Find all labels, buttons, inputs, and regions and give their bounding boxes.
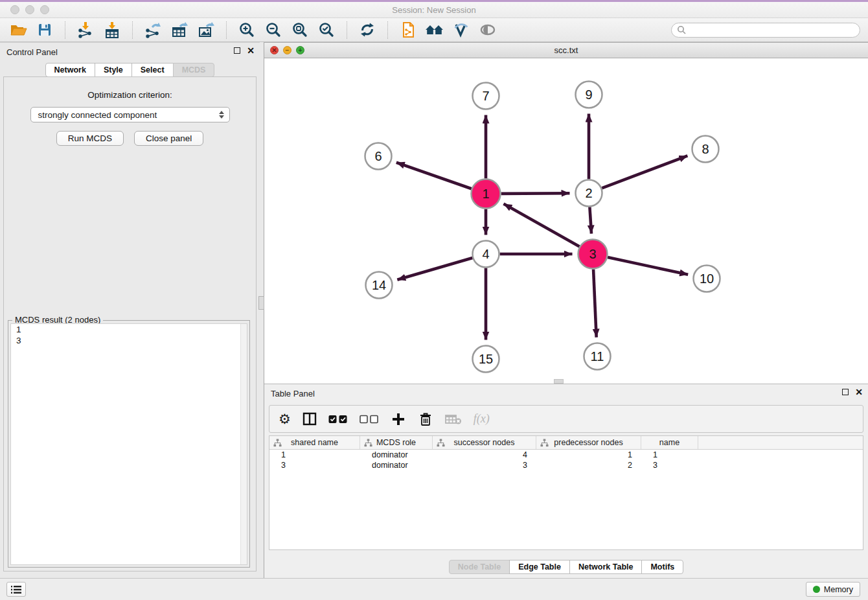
- panel-splitter[interactable]: [260, 42, 264, 578]
- show-hide-eye-icon[interactable]: [477, 20, 498, 40]
- tab-select[interactable]: Select: [131, 63, 174, 77]
- refresh-layout-icon[interactable]: [357, 20, 378, 40]
- column-header-shared-name[interactable]: shared name: [269, 436, 360, 449]
- add-column-icon[interactable]: [391, 410, 406, 429]
- tab-style[interactable]: Style: [95, 63, 132, 77]
- graph-edge-2-8[interactable]: [602, 156, 687, 188]
- close-table-panel-icon[interactable]: ✕: [855, 388, 863, 396]
- graph-node-label-11: 11: [591, 349, 604, 363]
- result-scrollbar[interactable]: [240, 324, 247, 564]
- search-icon: [677, 25, 686, 34]
- graph-edge-4-14[interactable]: [397, 258, 472, 280]
- criterion-dropdown[interactable]: strongly connected component: [30, 107, 230, 122]
- function-builder-icon[interactable]: f(x): [474, 410, 490, 429]
- tab-network-table[interactable]: Network Table: [569, 560, 643, 574]
- tab-network[interactable]: Network: [45, 63, 95, 77]
- open-network-docs-icon[interactable]: [398, 20, 418, 40]
- column-visibility-icon[interactable]: [303, 410, 317, 429]
- export-network-icon[interactable]: [143, 20, 163, 40]
- zoom-out-icon[interactable]: [263, 20, 284, 40]
- graph-node-label-9: 9: [585, 87, 592, 102]
- zoom-selected-icon[interactable]: [316, 20, 337, 40]
- home-icon[interactable]: [424, 20, 445, 40]
- toolbar-separator: [226, 21, 227, 39]
- table-panel-tabs: Node TableEdge TableNetwork TableMotifs: [264, 560, 868, 574]
- graph-node-label-1: 1: [482, 187, 489, 201]
- control-panel-tabs: NetworkStyleSelectMCDS: [0, 63, 260, 77]
- table-row[interactable]: 1dominator411: [269, 450, 863, 460]
- import-table-icon[interactable]: [102, 20, 122, 40]
- run-mcds-button[interactable]: Run MCDS: [56, 131, 124, 146]
- search-input[interactable]: [689, 25, 860, 35]
- graph-edge-3-11[interactable]: [593, 269, 597, 337]
- style-editor-icon[interactable]: [451, 20, 472, 40]
- toolbar-separator: [347, 21, 347, 39]
- control-panel-title: Control Panel: [6, 47, 58, 57]
- splitter-handle[interactable]: [258, 296, 264, 310]
- cell-name: 3: [641, 461, 698, 470]
- export-table-icon[interactable]: [169, 20, 190, 40]
- graph-node-label-10: 10: [700, 271, 714, 286]
- cell-predecessor-nodes: 2: [536, 461, 641, 470]
- table-settings-gear-icon[interactable]: ⚙: [279, 410, 291, 429]
- table-header-row: shared nameMCDS rolesuccessor nodesprede…: [269, 436, 863, 450]
- column-header-mcds-role[interactable]: MCDS role: [360, 436, 433, 449]
- result-item[interactable]: 1: [11, 324, 247, 335]
- deselect-all-icon[interactable]: [360, 410, 379, 429]
- delete-table-icon[interactable]: [445, 410, 462, 429]
- column-header-filler: [698, 436, 863, 449]
- column-header-successor-nodes[interactable]: successor nodes: [433, 436, 536, 449]
- mcds-result-list: 13: [10, 323, 247, 565]
- tab-edge-table[interactable]: Edge Table: [509, 560, 570, 574]
- export-image-icon[interactable]: [196, 20, 216, 40]
- network-resize-handle[interactable]: [554, 379, 564, 384]
- node-table: shared nameMCDS rolesuccessor nodesprede…: [269, 435, 863, 550]
- zoom-fit-icon[interactable]: [290, 20, 310, 40]
- float-panel-icon[interactable]: [234, 47, 240, 54]
- close-panel-icon[interactable]: ✕: [247, 47, 255, 54]
- graph-node-label-14: 14: [372, 278, 386, 292]
- close-panel-button[interactable]: Close panel: [134, 131, 203, 146]
- table-body: 1dominator4113dominator323: [269, 450, 863, 470]
- graph-edge-1-6[interactable]: [396, 163, 472, 189]
- float-table-panel-icon[interactable]: [842, 389, 849, 395]
- column-header-predecessor-nodes[interactable]: predecessor nodes: [536, 436, 641, 449]
- memory-label: Memory: [824, 585, 853, 594]
- graph-edge-3-1[interactable]: [503, 203, 579, 246]
- cell-predecessor-nodes: 1: [536, 450, 641, 459]
- graph-node-label-2: 2: [585, 186, 592, 200]
- toolbar-separator: [65, 21, 65, 39]
- cell-successor-nodes: 3: [433, 461, 536, 470]
- network-view-window: ✕ − + scc.txt 1234678910111415: [264, 42, 868, 384]
- table-row[interactable]: 3dominator323: [269, 460, 863, 470]
- status-bar: Memory: [0, 578, 868, 600]
- column-header-name[interactable]: name: [641, 436, 698, 449]
- select-all-icon[interactable]: [328, 410, 348, 429]
- table-toolbar: ⚙ f(x): [269, 405, 863, 433]
- graph-node-label-6: 6: [374, 149, 382, 163]
- memory-button[interactable]: Memory: [806, 582, 860, 597]
- graph-edge-3-10[interactable]: [608, 257, 688, 275]
- open-folder-icon[interactable]: [8, 20, 29, 40]
- graph-edge-1-2[interactable]: [501, 193, 569, 194]
- import-network-icon[interactable]: [75, 20, 96, 40]
- table-panel: Table Panel ✕ ⚙ f(x) shared nameMCDS rol…: [264, 384, 868, 578]
- tab-node-table[interactable]: Node Table: [449, 560, 510, 574]
- tab-motifs[interactable]: Motifs: [641, 560, 683, 574]
- zoom-in-icon[interactable]: [236, 20, 257, 40]
- delete-column-icon[interactable]: [418, 410, 433, 429]
- network-window-titlebar[interactable]: ✕ − + scc.txt: [264, 43, 868, 58]
- task-history-button[interactable]: [6, 582, 26, 597]
- tab-mcds[interactable]: MCDS: [173, 63, 215, 77]
- network-graph[interactable]: 1234678910111415: [264, 58, 868, 384]
- graph-edge-2-3[interactable]: [589, 207, 591, 233]
- save-icon[interactable]: [34, 20, 55, 40]
- result-item[interactable]: 3: [11, 335, 247, 346]
- table-panel-title: Table Panel: [271, 389, 315, 398]
- graph-node-label-8: 8: [702, 142, 709, 156]
- main-toolbar: [0, 18, 868, 42]
- optimization-criterion-label: Optimization criterion:: [4, 90, 256, 100]
- memory-status-icon: [813, 586, 820, 593]
- search-field[interactable]: [671, 23, 860, 38]
- cell-shared-name: 3: [269, 461, 360, 470]
